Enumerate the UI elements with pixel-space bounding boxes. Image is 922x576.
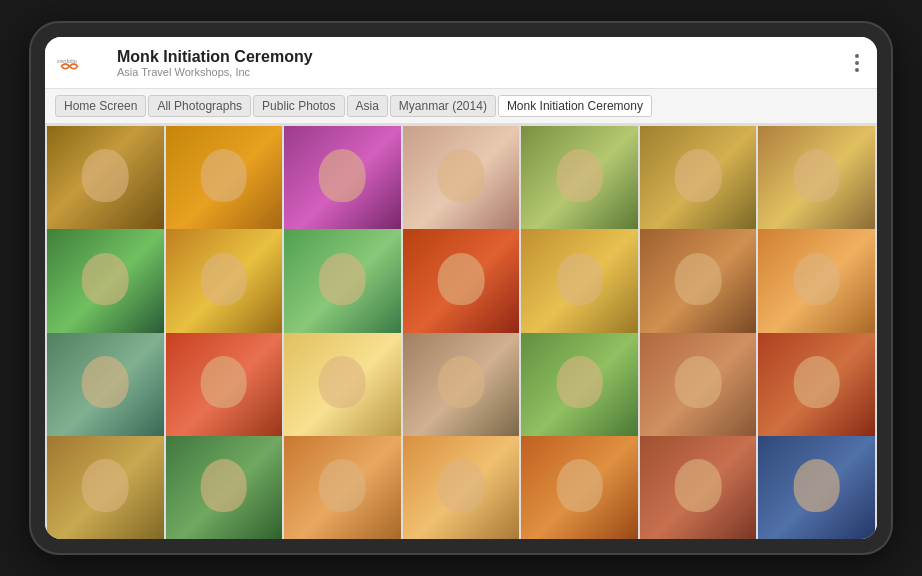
more-options-button[interactable] [849, 50, 865, 76]
photo-cell[interactable]: Bagan [758, 229, 875, 346]
svg-text:zenfolio: zenfolio [57, 58, 77, 64]
tablet-frame: zenfolio Monk Initiation Ceremony Asia T… [31, 23, 891, 553]
photo-cell[interactable]: Bagan [403, 436, 520, 539]
breadcrumb-item-home-screen[interactable]: Home Screen [55, 95, 146, 117]
breadcrumb-item-all-photographs[interactable]: All Photographs [148, 95, 251, 117]
photo-cell[interactable]: Bagan [166, 126, 283, 243]
header-title-group: Monk Initiation Ceremony Asia Travel Wor… [117, 47, 849, 78]
zenfolio-logo-svg: zenfolio [57, 54, 107, 72]
photo-cell[interactable]: Bagan [640, 436, 757, 539]
breadcrumb-item-myanmar-(2014)[interactable]: Myanmar (2014) [390, 95, 496, 117]
photo-cell[interactable]: Bagan [758, 333, 875, 450]
photo-cell[interactable]: Bagan [47, 333, 164, 450]
photo-cell[interactable]: Bagan [166, 333, 283, 450]
photo-cell[interactable]: Bagan [403, 126, 520, 243]
photo-cell[interactable]: Bagan [166, 229, 283, 346]
photo-cell[interactable]: Bagan [47, 229, 164, 346]
photo-cell[interactable]: Bagan [521, 126, 638, 243]
app-header: zenfolio Monk Initiation Ceremony Asia T… [45, 37, 877, 89]
breadcrumb-item-public-photos[interactable]: Public Photos [253, 95, 344, 117]
zenfolio-logo: zenfolio [57, 54, 107, 72]
photo-cell[interactable]: Bagan [284, 333, 401, 450]
dot-2 [855, 61, 859, 65]
breadcrumb: Home ScreenAll PhotographsPublic PhotosA… [45, 89, 877, 124]
photo-cell[interactable]: Bagan [640, 126, 757, 243]
breadcrumb-item-asia[interactable]: Asia [347, 95, 388, 117]
photo-cell[interactable]: Bagan [47, 126, 164, 243]
breadcrumb-item-monk-initiation-ceremony[interactable]: Monk Initiation Ceremony [498, 95, 652, 117]
page-subtitle: Asia Travel Workshops, Inc [117, 66, 849, 78]
photo-cell[interactable]: Bagan [758, 126, 875, 243]
photo-grid: BaganBaganBaganBaganBaganBaganBaganBagan… [45, 124, 877, 539]
photo-cell[interactable]: Bagan [521, 229, 638, 346]
photo-cell[interactable]: Bagan [284, 229, 401, 346]
photo-cell[interactable]: Bagan [521, 333, 638, 450]
photo-cell[interactable]: Bagan [403, 229, 520, 346]
dot-1 [855, 54, 859, 58]
photo-cell[interactable] [758, 436, 875, 539]
tablet-screen: zenfolio Monk Initiation Ceremony Asia T… [45, 37, 877, 539]
photo-cell[interactable]: Bagan [47, 436, 164, 539]
photo-cell[interactable]: Bagan [166, 436, 283, 539]
page-title: Monk Initiation Ceremony [117, 47, 849, 66]
photo-cell[interactable]: Bagan [640, 333, 757, 450]
photo-cell[interactable]: Bagan [403, 333, 520, 450]
photo-cell[interactable]: Bagan [284, 436, 401, 539]
photo-cell[interactable]: Bagan [640, 229, 757, 346]
photo-cell[interactable]: Bagan [521, 436, 638, 539]
dot-3 [855, 68, 859, 72]
photo-cell[interactable]: Bagan [284, 126, 401, 243]
